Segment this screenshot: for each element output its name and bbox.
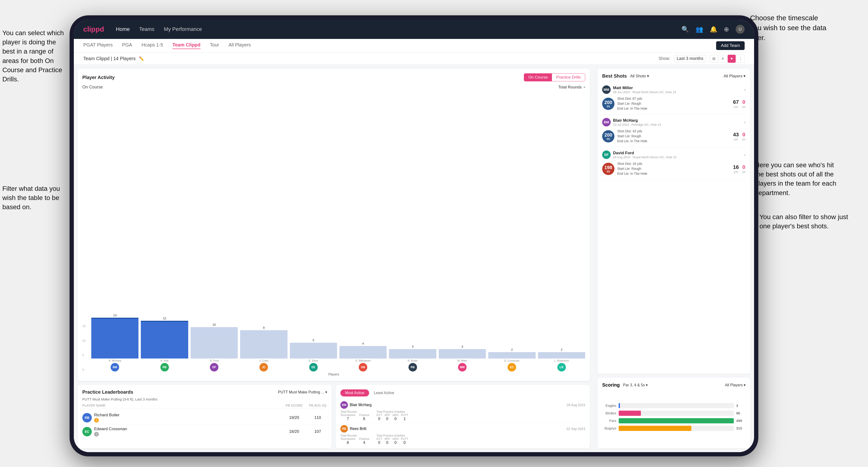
view-list-icon[interactable]: ≡ — [719, 55, 727, 63]
view-grid-icon[interactable]: ⊞ — [710, 55, 718, 63]
scoring-filter2[interactable]: All Players ▾ — [725, 383, 746, 387]
shots-filter1[interactable]: All Shots ▾ — [630, 73, 649, 79]
scoring-title: Scoring — [602, 382, 620, 388]
bar-column: 5 E. Ebert — [290, 338, 337, 362]
britt-rounds-group: Total Rounds Tournament 8 Practice — [340, 434, 369, 445]
nav-link-teams[interactable]: Teams — [139, 26, 154, 32]
end-lie-ford: End Lie: In The Hole — [617, 171, 730, 176]
britt-arg: ARG 0 — [393, 437, 399, 445]
nav-link-home[interactable]: Home — [116, 26, 130, 32]
col-player-name: PLAYER NAME — [82, 404, 280, 407]
score-bar-fill — [619, 418, 734, 423]
drill-dropdown-icon: ▾ — [325, 390, 327, 394]
tab-on-course[interactable]: On Course — [524, 73, 552, 81]
view-heart-icon[interactable]: ♥ — [728, 55, 736, 63]
bar-fill — [91, 318, 138, 359]
score-bar-row: Eagles 3 — [602, 403, 746, 408]
scoring-filter1[interactable]: Par 3, 4 & 5s ▾ — [623, 383, 648, 387]
col-pb-avg: PB AVG SQ — [308, 404, 327, 407]
shot-details-ford: 198 SG Shot Dist: 16 yds Start Lie: Roug… — [602, 161, 746, 176]
avatar-mcharg: BM — [340, 401, 348, 409]
chart-subheader: On Course Total Rounds ▾ — [82, 85, 585, 90]
best-shots-card: Best Shots All Shots ▾ All Players ▾ — [597, 69, 750, 374]
shot-info-mcharg: Shot Dist: 43 yds Start Lie: Rough End L… — [617, 129, 730, 144]
avatar-butler: RB — [82, 413, 92, 423]
tab-practice-drills[interactable]: Practice Drills — [552, 73, 585, 81]
tournament-val: 7 — [340, 417, 355, 421]
view-settings-icon[interactable]: ⋮ — [737, 55, 745, 63]
shot-details-miller: 200 SG Shot Dist: 67 yds Start Lie: Roug… — [602, 96, 746, 111]
bell-icon[interactable]: 🔔 — [710, 26, 717, 33]
metric1-unit-mcharg: yds — [734, 138, 738, 141]
player-name-butler: Richard Butler — [94, 413, 120, 417]
add-team-button[interactable]: Add Team — [716, 41, 745, 50]
bar-name: B. McHarg — [109, 359, 121, 362]
chart-dropdown[interactable]: Total Rounds ▾ — [558, 85, 585, 90]
shot-player-header-mcharg[interactable]: BM Blair McHarg 23 Jul 2023 · Ashridge G… — [602, 118, 746, 126]
subnav-tour[interactable]: Tour — [210, 42, 219, 49]
britt-practice: Practice 4 — [359, 437, 369, 445]
mcharg-tournament: Tournament 7 — [340, 413, 355, 421]
metric2-miller: 0 yls — [742, 99, 746, 108]
subnav-pgat[interactable]: PGAT Players — [83, 42, 113, 49]
shots-filter1-caret: ▾ — [647, 73, 649, 79]
plus-circle-icon[interactable]: ⊕ — [724, 26, 729, 33]
bar-column: 2 E. Crossman — [488, 348, 535, 362]
britt-date: 02 Sep 2023 — [566, 427, 585, 431]
show-dropdown[interactable]: Last 3 months — [674, 55, 706, 62]
bar-fill — [488, 352, 535, 359]
tab-least-active[interactable]: Least Active — [369, 390, 399, 397]
shot-dist-ford: Shot Dist: 16 yds — [617, 161, 730, 166]
metric1-val-ford: 16 — [733, 164, 739, 170]
activity-tab-pills: On Course Practice Drills — [524, 73, 585, 81]
mcharg-date: 26 Aug 2023 — [566, 403, 585, 407]
metric2-unit-ford: yls — [742, 170, 746, 174]
shot-player-sub-miller: 09 Jun 2023 · Royal North Devon GC, Hole… — [613, 90, 742, 94]
shot-player-info-ford: David Ford 24 Aug 2023 · Royal North Dev… — [613, 151, 742, 159]
search-icon[interactable]: 🔍 — [681, 26, 689, 33]
scoring-filter2-caret: ▾ — [744, 383, 746, 387]
y-axis-5: 5 — [82, 353, 89, 357]
scoring-filter1-label: Par 3, 4 & 5s — [623, 383, 645, 387]
subnav-pga[interactable]: PGA — [122, 42, 132, 49]
subnav-all-players[interactable]: All Players — [228, 42, 251, 49]
metric2-val-mcharg: 0 — [743, 132, 745, 138]
edit-icon[interactable]: ✏️ — [139, 56, 144, 61]
team-header-left: Team Clippd | 14 Players ✏️ — [83, 56, 144, 61]
britt-name-row: RB Rees Britt — [340, 425, 366, 433]
subnav-hcaps[interactable]: Hcaps 1-5 — [142, 42, 163, 49]
drill-dropdown[interactable]: PUTT Must Make Putting ... ▾ — [278, 390, 327, 394]
bar-name: J. Coles — [259, 359, 269, 362]
bar-label-top: 4 — [362, 342, 364, 345]
mcharg-rounds-group: Total Rounds Tournament 7 Practice — [340, 410, 369, 421]
shot-player-sub-mcharg: 23 Jul 2023 · Ashridge GC, Hole 15 — [613, 123, 742, 126]
britt-gtt: GTT 0 — [376, 437, 382, 445]
end-lie-mcharg: End Lie: In The Hole — [617, 139, 730, 144]
shot-player-header-ford[interactable]: DF David Ford 24 Aug 2023 · Royal North … — [602, 151, 746, 159]
tournament-label: Tournament — [340, 413, 355, 417]
drill-name: PUTT Must Make Putting ... — [278, 390, 324, 394]
score-bar-label: Birdies — [602, 411, 616, 415]
score-bar-track — [619, 411, 734, 416]
britt-name: Rees Britt — [350, 427, 366, 431]
shot-player-info-miller: Matt Miller 09 Jun 2023 · Royal North De… — [613, 86, 742, 94]
tablet-screen: clippd Home Teams My Performance 🔍 👥 🔔 ⊕… — [74, 20, 754, 452]
shots-filter2[interactable]: All Players ▾ — [724, 73, 746, 79]
avatar-small: BM — [111, 363, 119, 371]
y-axis-15: 15 — [82, 324, 89, 328]
user-avatar[interactable]: U — [736, 25, 745, 34]
britt-top: RB Rees Britt 02 Sep 2023 — [340, 425, 585, 433]
tab-most-active[interactable]: Most Active — [340, 390, 369, 397]
bar-label-top: 13 — [113, 313, 117, 317]
bar-name: E. Ebert — [309, 359, 318, 362]
badge-label: SG — [607, 138, 610, 140]
subnav-team-clippd[interactable]: Team Clippd — [173, 42, 200, 49]
metric2-val-ford: 0 — [743, 164, 745, 170]
shot-player-header-miller[interactable]: MM Matt Miller 09 Jun 2023 · Royal North… — [602, 85, 746, 94]
users-icon[interactable]: 👥 — [695, 26, 703, 33]
left-panel: Player Activity On Course Practice Drill… — [74, 65, 594, 452]
bar-label-top: 3 — [412, 345, 413, 348]
britt-stats: Total Rounds Tournament 8 Practice — [340, 434, 585, 445]
nav-link-performance[interactable]: My Performance — [164, 26, 202, 32]
shot-badge-mcharg: 200 SG — [602, 130, 614, 143]
